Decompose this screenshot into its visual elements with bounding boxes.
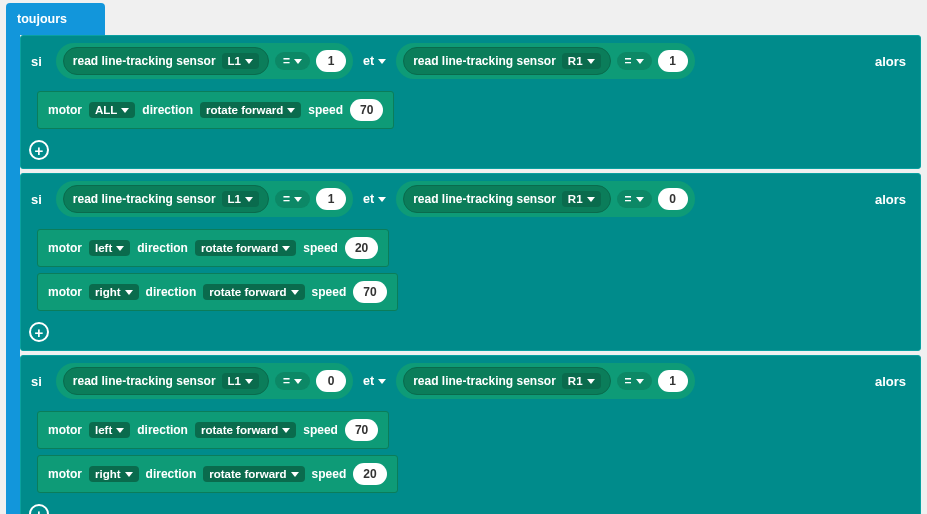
compare-right: read line-tracking sensor R1 = 1 <box>396 363 694 399</box>
motor-speed-label: speed <box>303 241 338 255</box>
sensor-port-dropdown[interactable]: L1 <box>222 191 259 207</box>
motor-block[interactable]: motor ALL direction rotate forward speed… <box>37 91 394 129</box>
motor-speed-label: speed <box>312 285 347 299</box>
if-footer: + <box>21 134 920 168</box>
motor-speed-label: speed <box>308 103 343 117</box>
logic-op-dropdown[interactable]: et <box>359 54 390 68</box>
add-branch-button[interactable]: + <box>29 322 49 342</box>
sensor-label: read line-tracking sensor <box>413 192 556 206</box>
value-input[interactable]: 0 <box>316 370 346 392</box>
speed-input[interactable]: 20 <box>353 463 386 485</box>
motor-dir-dropdown[interactable]: rotate forward <box>203 466 304 482</box>
motor-block[interactable]: motor right direction rotate forward spe… <box>37 273 398 311</box>
motor-which-dropdown[interactable]: left <box>89 422 130 438</box>
speed-input[interactable]: 70 <box>350 99 383 121</box>
sensor-port-dropdown[interactable]: R1 <box>562 191 601 207</box>
operator-dropdown[interactable]: = <box>275 190 310 208</box>
motor-which-dropdown[interactable]: ALL <box>89 102 135 118</box>
logic-op-dropdown[interactable]: et <box>359 374 390 388</box>
motor-block[interactable]: motor left direction rotate forward spee… <box>37 411 389 449</box>
motor-block[interactable]: motor right direction rotate forward spe… <box>37 455 398 493</box>
speed-input[interactable]: 20 <box>345 237 378 259</box>
motor-prefix: motor <box>48 241 82 255</box>
chevron-down-icon <box>125 472 133 477</box>
chevron-down-icon <box>378 197 386 202</box>
sensor-label: read line-tracking sensor <box>73 374 216 388</box>
chevron-down-icon <box>125 290 133 295</box>
kw-then: alors <box>875 192 912 207</box>
motor-dir-dropdown[interactable]: rotate forward <box>195 240 296 256</box>
operator-dropdown[interactable]: = <box>275 372 310 390</box>
add-branch-button[interactable]: + <box>29 504 49 514</box>
operator-dropdown[interactable]: = <box>617 372 652 390</box>
chevron-down-icon <box>245 379 253 384</box>
chevron-down-icon <box>116 428 124 433</box>
motor-dir-label: direction <box>137 241 188 255</box>
sensor-port-dropdown[interactable]: L1 <box>222 373 259 389</box>
if-block[interactable]: si read line-tracking sensor L1 = 0 et r… <box>20 355 921 514</box>
sensor-block[interactable]: read line-tracking sensor R1 <box>403 185 610 213</box>
motor-dir-label: direction <box>146 467 197 481</box>
motor-block[interactable]: motor left direction rotate forward spee… <box>37 229 389 267</box>
chevron-down-icon <box>282 428 290 433</box>
if-block[interactable]: si read line-tracking sensor L1 = 1 et r… <box>20 35 921 169</box>
sensor-port-dropdown[interactable]: R1 <box>562 53 601 69</box>
motor-prefix: motor <box>48 285 82 299</box>
speed-input[interactable]: 70 <box>345 419 378 441</box>
if-header: si read line-tracking sensor L1 = 1 et r… <box>21 36 920 86</box>
kw-if: si <box>29 192 50 207</box>
motor-dir-dropdown[interactable]: rotate forward <box>200 102 301 118</box>
compare-right: read line-tracking sensor R1 = 1 <box>396 43 694 79</box>
chevron-down-icon <box>636 197 644 202</box>
if-body: motor left direction rotate forward spee… <box>21 224 920 316</box>
motor-prefix: motor <box>48 103 82 117</box>
chevron-down-icon <box>587 59 595 64</box>
motor-prefix: motor <box>48 467 82 481</box>
chevron-down-icon <box>294 59 302 64</box>
chevron-down-icon <box>291 472 299 477</box>
motor-dir-dropdown[interactable]: rotate forward <box>203 284 304 300</box>
motor-which-dropdown[interactable]: right <box>89 284 139 300</box>
operator-dropdown[interactable]: = <box>617 190 652 208</box>
sensor-block[interactable]: read line-tracking sensor R1 <box>403 47 610 75</box>
motor-prefix: motor <box>48 423 82 437</box>
logic-op-dropdown[interactable]: et <box>359 192 390 206</box>
sensor-label: read line-tracking sensor <box>413 54 556 68</box>
sensor-port-dropdown[interactable]: R1 <box>562 373 601 389</box>
value-input[interactable]: 1 <box>658 50 688 72</box>
add-branch-button[interactable]: + <box>29 140 49 160</box>
sensor-block[interactable]: read line-tracking sensor R1 <box>403 367 610 395</box>
operator-dropdown[interactable]: = <box>275 52 310 70</box>
motor-speed-label: speed <box>312 467 347 481</box>
motor-which-dropdown[interactable]: right <box>89 466 139 482</box>
motor-dir-label: direction <box>146 285 197 299</box>
value-input[interactable]: 0 <box>658 188 688 210</box>
kw-if: si <box>29 374 50 389</box>
kw-if: si <box>29 54 50 69</box>
compare-left: read line-tracking sensor L1 = 0 <box>56 363 353 399</box>
value-input[interactable]: 1 <box>316 188 346 210</box>
forever-block: toujours si read line-tracking sensor L1… <box>6 3 921 514</box>
chevron-down-icon <box>121 108 129 113</box>
kw-then: alors <box>875 54 912 69</box>
forever-header[interactable]: toujours <box>6 3 105 35</box>
sensor-label: read line-tracking sensor <box>413 374 556 388</box>
speed-input[interactable]: 70 <box>353 281 386 303</box>
chevron-down-icon <box>636 59 644 64</box>
motor-dir-label: direction <box>142 103 193 117</box>
chevron-down-icon <box>378 379 386 384</box>
motor-which-dropdown[interactable]: left <box>89 240 130 256</box>
value-input[interactable]: 1 <box>658 370 688 392</box>
chevron-down-icon <box>291 290 299 295</box>
sensor-label: read line-tracking sensor <box>73 54 216 68</box>
kw-then: alors <box>875 374 912 389</box>
chevron-down-icon <box>287 108 295 113</box>
sensor-block[interactable]: read line-tracking sensor L1 <box>63 47 269 75</box>
sensor-block[interactable]: read line-tracking sensor L1 <box>63 185 269 213</box>
sensor-port-dropdown[interactable]: L1 <box>222 53 259 69</box>
value-input[interactable]: 1 <box>316 50 346 72</box>
sensor-block[interactable]: read line-tracking sensor L1 <box>63 367 269 395</box>
if-block[interactable]: si read line-tracking sensor L1 = 1 et r… <box>20 173 921 351</box>
operator-dropdown[interactable]: = <box>617 52 652 70</box>
motor-dir-dropdown[interactable]: rotate forward <box>195 422 296 438</box>
